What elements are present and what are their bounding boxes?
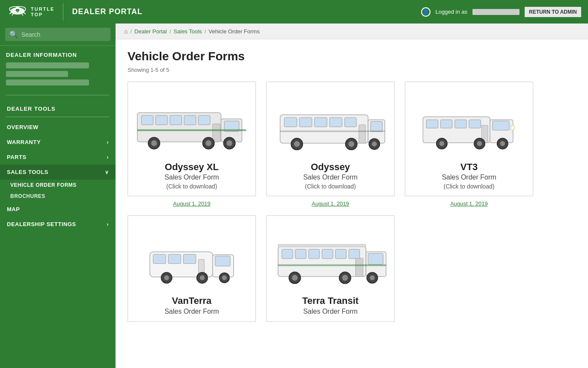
svg-rect-68: [322, 250, 333, 259]
svg-rect-27: [359, 125, 366, 143]
svg-point-44: [440, 141, 445, 146]
vt3-vehicle-icon: [410, 89, 528, 157]
warranty-label: WARRANTY: [7, 139, 41, 145]
svg-rect-34: [280, 131, 385, 132]
svg-point-76: [342, 275, 348, 281]
overview-label: OVERVIEW: [7, 124, 39, 130]
odyssey-xl-date[interactable]: August 1, 2019: [173, 200, 210, 207]
svg-rect-37: [426, 120, 438, 128]
svg-rect-71: [368, 254, 383, 265]
sidebar-item-dealership-settings[interactable]: DEALERSHIP SETTINGS ›: [0, 217, 116, 232]
vehicle-card-vt3-wrapper: VT3 Sales Order Form (Click to download)…: [405, 82, 533, 207]
sidebar-item-sales-tools[interactable]: SALES TOOLS ∨: [0, 165, 116, 180]
odyssey-xl-click-label: (Click to download): [133, 183, 250, 190]
vehicle-card-odyssey-xl[interactable]: Odyssey XL Sales Order Form (Click to do…: [128, 82, 256, 196]
sidebar-item-overview[interactable]: OVERVIEW: [0, 120, 116, 135]
svg-rect-67: [309, 250, 319, 259]
svg-point-31: [348, 141, 354, 147]
svg-rect-72: [356, 258, 363, 277]
svg-rect-40: [469, 120, 481, 128]
vehicle-card-odyssey[interactable]: Odyssey Sales Order Form (Click to downl…: [266, 82, 395, 196]
parts-chevron-icon: ›: [107, 154, 109, 160]
vehicle-card-terra-transit-wrapper: Terra Transit Sales Order Form: [266, 215, 395, 321]
vt3-image: [410, 89, 528, 157]
svg-rect-52: [153, 255, 166, 264]
svg-rect-26: [371, 121, 382, 131]
header-right: 👤 Logged in as RETURN TO ADMIN: [421, 7, 581, 17]
terra-transit-name: Terra Transit: [272, 295, 389, 306]
vehicle-card-vanterra-wrapper: VanTerra Sales Order Form: [128, 215, 256, 321]
dealer-info-blur-2: [6, 71, 68, 77]
turtle-logo-icon: [7, 4, 28, 19]
logo: TURTLE TOP: [7, 4, 54, 19]
svg-point-33: [372, 141, 377, 147]
sidebar-item-parts[interactable]: PARTS ›: [0, 150, 116, 165]
svg-point-13: [151, 140, 157, 146]
svg-rect-6: [156, 115, 167, 125]
odyssey-click-label: (Click to download): [272, 183, 389, 190]
svg-rect-80: [278, 265, 386, 266]
odyssey-vehicle-icon: [272, 89, 389, 157]
vehicle-card-vanterra[interactable]: VanTerra Sales Order Form: [128, 215, 256, 321]
breadcrumb-sales-tools[interactable]: Sales Tools: [174, 28, 202, 35]
svg-rect-7: [170, 115, 181, 125]
vehicle-card-terra-transit[interactable]: Terra Transit Sales Order Form: [266, 215, 395, 321]
odyssey-date[interactable]: August 1, 2019: [312, 200, 349, 207]
svg-point-17: [226, 140, 232, 146]
svg-rect-53: [168, 255, 181, 264]
dealer-info-blur-1: [6, 62, 89, 68]
vehicle-card-odyssey-xl-wrapper: Odyssey XL Sales Order Form (Click to do…: [128, 82, 256, 207]
dealership-settings-label: DEALERSHIP SETTINGS: [7, 221, 76, 227]
svg-rect-54: [183, 255, 196, 264]
main-content: ⌂ / Dealer Portal / Sales Tools / Vehicl…: [116, 24, 588, 368]
vt3-click-label: (Click to download): [410, 183, 528, 190]
svg-point-15: [205, 140, 211, 146]
return-to-admin-button[interactable]: RETURN TO ADMIN: [525, 7, 581, 17]
warranty-chevron-icon: ›: [107, 139, 109, 145]
breadcrumb-dealer-portal[interactable]: Dealer Portal: [134, 28, 167, 35]
terra-transit-form-label: Sales Order Form: [272, 308, 389, 315]
svg-rect-25: [344, 118, 356, 127]
map-label: MAP: [7, 206, 20, 212]
sidebar-subitem-brochures[interactable]: BROCHURES: [0, 191, 116, 202]
terra-transit-image: [272, 223, 389, 291]
showing-count: Showing 1-5 of 5: [128, 67, 576, 73]
svg-rect-21: [284, 118, 297, 127]
search-input[interactable]: [21, 31, 106, 38]
svg-rect-22: [300, 118, 312, 127]
svg-rect-49: [511, 125, 514, 130]
logged-in-label: Logged in as: [436, 9, 467, 15]
svg-point-62: [222, 275, 227, 280]
svg-rect-5: [142, 115, 153, 125]
search-field-wrapper[interactable]: 🔍: [5, 28, 110, 41]
layout: 🔍 DEALER INFORMATION DEALER TOOLS OVERVI…: [0, 24, 588, 368]
dealer-tools-title: DEALER TOOLS: [0, 102, 116, 117]
sidebar-item-map[interactable]: MAP: [0, 202, 116, 217]
vehicle-card-vt3[interactable]: VT3 Sales Order Form (Click to download): [405, 82, 533, 196]
svg-rect-9: [199, 115, 210, 125]
dealer-tools-section: DEALER TOOLS OVERVIEW WARRANTY › PARTS ›…: [0, 99, 116, 235]
parts-label: PARTS: [7, 154, 27, 160]
sidebar-item-warranty[interactable]: WARRANTY ›: [0, 135, 116, 150]
vt3-date[interactable]: August 1, 2019: [450, 200, 487, 207]
vanterra-form-label: Sales Order Form: [133, 308, 250, 315]
terra-transit-vehicle-icon: [272, 223, 389, 291]
vt3-form-label: Sales Order Form: [410, 174, 528, 181]
home-icon[interactable]: ⌂: [124, 28, 128, 35]
svg-rect-70: [349, 250, 359, 259]
odyssey-form-label: Sales Order Form: [272, 174, 389, 181]
svg-point-29: [294, 141, 300, 147]
vanterra-name: VanTerra: [133, 295, 250, 306]
vt3-name: VT3: [410, 162, 528, 173]
odyssey-xl-name: Odyssey XL: [133, 162, 250, 173]
sidebar-subitem-vehicle-order-forms[interactable]: VEHICLE ORDER FORMS: [0, 180, 116, 191]
sidebar: 🔍 DEALER INFORMATION DEALER TOOLS OVERVI…: [0, 24, 116, 368]
svg-rect-39: [455, 120, 466, 128]
dealer-info-section: DEALER INFORMATION: [0, 46, 116, 91]
vanterra-image: [133, 223, 250, 291]
header: TURTLE TOP DEALER PORTAL 👤 Logged in as …: [0, 0, 588, 24]
content-area: Vehicle Order Forms Showing 1-5 of 5: [116, 39, 588, 332]
vehicle-grid: Odyssey XL Sales Order Form (Click to do…: [128, 82, 576, 322]
svg-rect-41: [493, 121, 509, 130]
vehicle-card-odyssey-wrapper: Odyssey Sales Order Form (Click to downl…: [266, 82, 395, 207]
